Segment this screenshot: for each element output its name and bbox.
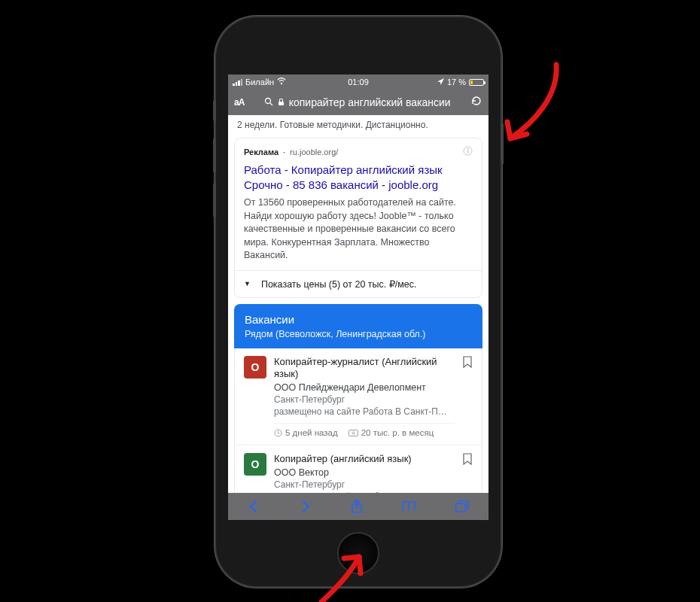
wifi-icon xyxy=(277,78,286,87)
separator-dot: · xyxy=(283,147,285,157)
svg-rect-8 xyxy=(348,430,358,436)
ad-display-url: ru.jooble.org/ xyxy=(290,147,338,157)
mute-switch[interactable] xyxy=(213,100,216,121)
phone-frame: Билайн 01:09 17 % аА xyxy=(216,17,501,586)
battery-icon xyxy=(469,79,484,86)
svg-rect-3 xyxy=(278,102,284,105)
job-age: 5 дней назад xyxy=(274,428,338,437)
safari-toolbar xyxy=(228,493,488,520)
money-icon xyxy=(348,430,358,436)
previous-result-snippet: 2 недели. Готовые методички. Дистанционн… xyxy=(228,115,488,138)
job-salary-text: 20 тыс. р. в месяц xyxy=(361,428,434,437)
job-source: размещено на сайте Работа В Санкт-П… xyxy=(274,406,455,417)
svg-point-9 xyxy=(352,432,355,434)
svg-rect-6 xyxy=(467,150,468,154)
jobs-block-subtitle: Рядом (Всеволожск, Ленинградская обл.) xyxy=(245,329,472,339)
volume-down-button[interactable] xyxy=(213,183,216,217)
clock-icon xyxy=(274,429,282,437)
annotation-arrow-top xyxy=(500,59,568,152)
svg-rect-12 xyxy=(455,503,465,512)
info-icon[interactable] xyxy=(463,146,473,158)
job-company: ООО Вектор xyxy=(274,467,455,478)
annotation-arrow-bottom xyxy=(312,548,380,602)
employer-logo: О xyxy=(244,356,266,379)
ad-badge: Реклама xyxy=(244,147,278,157)
tabs-button[interactable] xyxy=(455,500,470,513)
ad-result-card[interactable]: Реклама · ru.jooble.org/ Работа - Копира… xyxy=(234,138,482,298)
ad-title-link[interactable]: Работа - Копирайтер английский язык Сроч… xyxy=(244,163,473,192)
ad-expand-prices[interactable]: ▼ Показать цены (5) от 20 тыс. ₽/мес. xyxy=(235,270,482,297)
status-bar: Билайн 01:09 17 % xyxy=(228,74,488,90)
url-text: копирайтер английский вакансии xyxy=(289,96,451,108)
employer-logo: О xyxy=(244,453,266,476)
svg-point-1 xyxy=(265,99,270,104)
ad-description: От 13560 проверенных работодателей на са… xyxy=(244,196,473,263)
job-item[interactable]: О Копирайтер (английский язык) ООО Векто… xyxy=(235,445,482,493)
signal-icon xyxy=(233,79,242,86)
jobs-block-header[interactable]: Вакансии Рядом (Всеволожск, Ленинградска… xyxy=(234,304,482,348)
share-button[interactable] xyxy=(350,499,364,514)
job-location: Санкт-Петербург xyxy=(274,479,455,490)
job-location: Санкт-Петербург xyxy=(274,394,455,405)
volume-up-button[interactable] xyxy=(213,138,216,172)
jobs-block-title: Вакансии xyxy=(245,313,472,326)
bookmark-button[interactable] xyxy=(462,453,473,493)
chevron-down-icon: ▼ xyxy=(244,280,251,287)
phone-screen: Билайн 01:09 17 % аА xyxy=(228,74,488,520)
location-icon xyxy=(437,78,444,87)
svg-point-5 xyxy=(467,148,469,150)
jobs-list: О Копирайтер-журналист (Английский язык)… xyxy=(234,348,482,494)
text-size-button[interactable]: аА xyxy=(234,97,244,108)
carrier-label: Билайн xyxy=(245,78,274,87)
reload-button[interactable] xyxy=(470,95,482,110)
svg-point-0 xyxy=(281,83,282,84)
search-icon xyxy=(264,96,273,108)
job-company: ООО Плейджендари Девелопмент xyxy=(274,382,455,393)
clock: 01:09 xyxy=(348,78,369,87)
bookmarks-button[interactable] xyxy=(401,500,416,512)
job-salary: 20 тыс. р. в месяц xyxy=(348,428,434,437)
job-title: Копирайтер-журналист (Английский язык) xyxy=(274,356,455,382)
battery-percent: 17 % xyxy=(447,78,466,87)
job-item[interactable]: О Копирайтер-журналист (Английский язык)… xyxy=(235,348,482,445)
safari-address-bar[interactable]: аА копирайтер английский вакансии xyxy=(228,90,488,115)
back-button[interactable] xyxy=(247,500,260,513)
bookmark-button[interactable] xyxy=(462,356,473,438)
svg-line-2 xyxy=(270,103,272,105)
lock-icon xyxy=(278,96,285,108)
search-results[interactable]: 2 недели. Готовые методички. Дистанционн… xyxy=(228,115,488,493)
job-title: Копирайтер (английский язык) xyxy=(274,453,455,466)
forward-button[interactable] xyxy=(299,500,312,513)
ad-expand-label: Показать цены (5) от 20 тыс. ₽/мес. xyxy=(261,278,417,290)
job-age-text: 5 дней назад xyxy=(285,428,338,437)
